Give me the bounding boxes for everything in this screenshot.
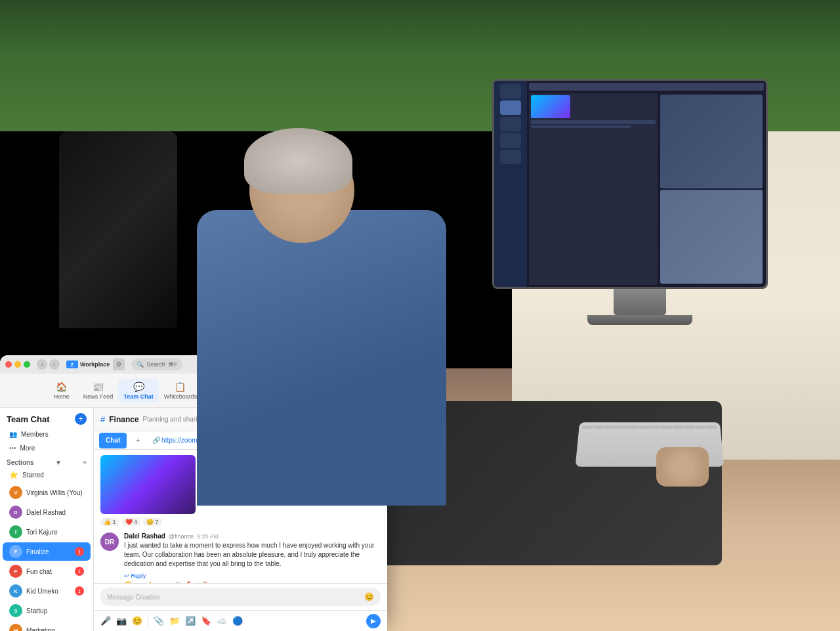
monitor-content [494, 81, 766, 287]
sidebar-item-tori[interactable]: T Tori Kajure [3, 523, 91, 541]
marketing-label: Marketing [26, 627, 84, 632]
app-name: Workplace [80, 361, 110, 368]
navbar-news-label: News Feed [83, 393, 114, 400]
monitor-main-content [527, 81, 766, 287]
virginia-label: Virginia Willis (You) [26, 489, 84, 496]
chat-tab-add[interactable]: + [129, 433, 146, 448]
starred-label: Starred [22, 471, 84, 479]
monitor-msg-line2 [531, 125, 631, 128]
more-dot-icon: ••• [9, 445, 16, 452]
tori-avatar: T [9, 525, 22, 538]
navbar-news[interactable]: 📰 News Feed [78, 379, 119, 403]
sidebar-item-virginia[interactable]: V Virginia Willis (You) [3, 483, 91, 502]
monitor-msg-line [531, 120, 656, 124]
attachment-button[interactable]: 📎 [154, 616, 164, 626]
camera-button[interactable]: 📷 [116, 616, 127, 626]
window-controls [5, 361, 30, 368]
zoom-logo-icon: Z [66, 360, 78, 368]
reaction-heart[interactable]: ❤️ 4 [122, 518, 141, 526]
monitor-sidebar-item [500, 150, 521, 164]
sidebar-item-more[interactable]: ••• More [3, 442, 91, 454]
monitor-sidebar [494, 81, 527, 287]
navbar-chat-label: Team Chat [123, 393, 153, 400]
members-icon: 👥 [9, 431, 17, 438]
key [639, 425, 649, 429]
key [706, 425, 717, 429]
chat-bottom-toolbar: 🎤 📷 😊 📎 📁 ↗️ 🔖 ☁️ 🔵 ▶ [94, 610, 387, 631]
keyboard-keys [579, 422, 721, 432]
sections-chevron: ▼ [55, 459, 62, 466]
reaction-thumbsup[interactable]: 👍 1 [100, 518, 119, 526]
sidebar-item-fun-chat[interactable]: F Fun chat 1 [3, 562, 91, 580]
marketing-avatar: M [9, 624, 22, 631]
key [582, 425, 593, 429]
members-label: Members [21, 431, 84, 438]
chat-tab-chat[interactable]: Chat [99, 433, 127, 448]
send-button[interactable]: ▶ [366, 614, 381, 628]
monitor-video-tile2 [660, 190, 763, 284]
cloud-toolbar-button[interactable]: ☁️ [217, 616, 227, 626]
sidebar-title: Team Chat [7, 414, 50, 424]
key [662, 425, 672, 429]
new-chat-button[interactable]: + [75, 413, 87, 425]
search-shortcut: ⌘F [168, 361, 178, 368]
search-bar[interactable]: 🔍 Search ⌘F [131, 359, 182, 370]
monitor-image [531, 95, 570, 118]
dalel-message-content: Dalel Rashad @finance 9:20 AM I just wan… [124, 533, 381, 583]
channel-icon: # [100, 414, 105, 424]
dalel-label: Dalel Rashad [26, 509, 84, 516]
maximize-button[interactable] [24, 361, 30, 368]
toolbar-separator [148, 616, 148, 626]
input-emoji-button[interactable]: 😊 [364, 592, 374, 601]
image-reactions: 👍 1 ❤️ 4 😊 7 [100, 517, 381, 527]
chair [59, 131, 177, 328]
sidebar-item-starred[interactable]: ⭐ Starred [3, 468, 91, 482]
circle-button[interactable]: 🔵 [232, 616, 243, 626]
mic-button[interactable]: 🎤 [100, 616, 111, 626]
close-button[interactable] [5, 361, 12, 368]
link-icon: 🔗 [152, 437, 160, 444]
sidebar-item-dalel[interactable]: D Dalel Rashad [3, 503, 91, 521]
finalize-avatar: F [9, 545, 22, 558]
emoji-button[interactable]: 😊 [132, 616, 142, 626]
send-area: ▶ [366, 614, 381, 628]
startup-label: Startup [26, 607, 84, 615]
sidebar-item-members[interactable]: 👥 Members [3, 428, 91, 441]
sidebar: Team Chat + 👥 Members ••• More Sections … [0, 408, 94, 631]
dalel-avatar: D [9, 506, 22, 519]
navbar-home-label: Home [54, 393, 70, 400]
sections-header: Sections ▼ ≡ [0, 455, 93, 468]
forward-button[interactable]: › [49, 359, 60, 370]
sidebar-item-finalize[interactable]: F Finalize 1 [3, 542, 91, 561]
star-icon: ⭐ [9, 471, 18, 479]
person-body [197, 210, 446, 506]
chat-input-box[interactable]: Message Creativo 😊 [100, 588, 381, 606]
monitor-base [587, 315, 692, 325]
startup-avatar: S [9, 604, 22, 617]
key [673, 425, 683, 429]
bookmark-toolbar-button[interactable]: 🔖 [201, 616, 211, 626]
sidebar-item-marketing[interactable]: M Marketing [3, 621, 91, 631]
settings-button[interactable]: ⚙ [113, 359, 125, 370]
navbar-home[interactable]: 🏠 Home [45, 379, 78, 403]
hand [656, 447, 709, 487]
sections-label: Sections [7, 459, 34, 466]
channel-name: Finance [109, 415, 138, 424]
file-button[interactable]: 📁 [169, 616, 180, 626]
sidebar-item-kid[interactable]: K Kid Umeko 1 [3, 582, 91, 600]
reply-button[interactable]: ↩ Reply [124, 573, 146, 579]
monitor-header [529, 83, 764, 91]
minimize-button[interactable] [14, 361, 21, 368]
navbar-chat[interactable]: 💬 Team Chat [118, 379, 158, 403]
navbar-whiteboard-label: Whiteboards [164, 393, 198, 400]
sidebar-item-startup[interactable]: S Startup [3, 601, 91, 620]
monitor-sidebar-item [500, 133, 521, 148]
back-button[interactable]: ‹ [37, 359, 47, 370]
filter-icon[interactable]: ≡ [83, 459, 87, 466]
navbar-whiteboard[interactable]: 📋 Whiteboards [159, 379, 203, 403]
input-placeholder: Message Creativo [107, 594, 361, 601]
key [650, 425, 660, 429]
chat-icon: 💬 [133, 381, 144, 392]
reaction-smile[interactable]: 😊 7 [143, 518, 162, 526]
share-button[interactable]: ↗️ [185, 616, 196, 626]
